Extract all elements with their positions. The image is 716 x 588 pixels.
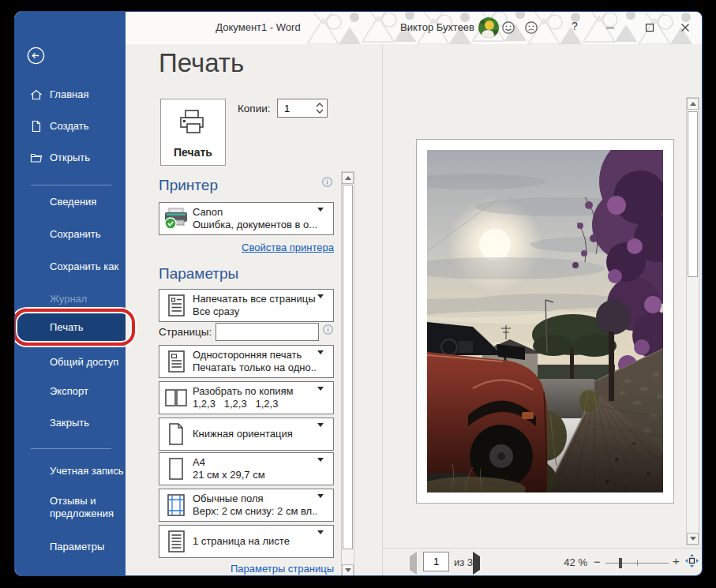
sidebar-item-label: Отзывы и предложения bbox=[50, 495, 114, 519]
smiley-feedback-icon[interactable] bbox=[501, 21, 515, 35]
combo-line2: Верх: 2 см снизу: 2 см вл... bbox=[193, 505, 317, 518]
printer-heading: Принтер bbox=[159, 177, 218, 194]
sidebar-item-feedback[interactable]: Отзывы и предложения bbox=[15, 495, 126, 522]
scrollbar-thumb[interactable] bbox=[688, 111, 698, 277]
sidebar-item-new[interactable]: Создать bbox=[15, 118, 126, 134]
sidebar-item-label: Главная bbox=[50, 88, 88, 100]
zoom-in-button[interactable]: + bbox=[673, 554, 680, 567]
sidebar-item-info[interactable]: Сведения bbox=[15, 194, 126, 210]
triangle-down-icon bbox=[690, 537, 696, 541]
user-avatar[interactable] bbox=[478, 17, 499, 38]
print-range-select[interactable]: Напечатать все страницы Все сразу bbox=[159, 289, 334, 322]
preview-page-input[interactable] bbox=[423, 552, 449, 571]
duplex-select[interactable]: Односторонняя печать Печатать только на … bbox=[159, 345, 334, 378]
pages-info-icon[interactable] bbox=[323, 324, 333, 335]
combo-line2: Печатать только на одно... bbox=[193, 361, 317, 374]
chevron-down-icon bbox=[317, 530, 324, 548]
sidebar-item-open[interactable]: Открыть bbox=[15, 150, 126, 166]
user-name[interactable]: Виктор Бухтеев bbox=[370, 21, 474, 33]
avatar-image bbox=[478, 17, 499, 38]
printer-select[interactable]: Canon Ошибка, документов в о... bbox=[159, 202, 334, 235]
orientation-select[interactable]: Книжная ориентация bbox=[159, 418, 334, 451]
paper-size-icon bbox=[167, 457, 185, 481]
back-icon bbox=[27, 47, 45, 65]
sidebar-item-share[interactable]: Общий доступ bbox=[15, 354, 126, 370]
combo-line1: 1 страница на листе bbox=[193, 535, 317, 548]
triangle-right-icon bbox=[473, 552, 480, 575]
sidebar-item-print[interactable]: Печать bbox=[15, 320, 126, 335]
sidebar-item-history[interactable]: Журнал bbox=[15, 291, 126, 307]
triangle-up-icon bbox=[690, 102, 696, 106]
printer-info-icon[interactable] bbox=[322, 177, 332, 187]
close-button[interactable] bbox=[678, 21, 692, 35]
zoom-slider[interactable] bbox=[605, 562, 669, 564]
copies-stepper bbox=[277, 99, 328, 118]
zoom-percent-label: 42 % bbox=[551, 556, 587, 568]
combo-line1: Обычные поля bbox=[193, 492, 317, 505]
scroll-up-button[interactable] bbox=[687, 98, 699, 110]
printer-status: Ошибка, документов в о... bbox=[193, 219, 317, 231]
pages-per-sheet-select[interactable]: 1 страница на листе bbox=[159, 525, 334, 558]
sidebar-item-home[interactable]: Главная bbox=[15, 87, 126, 103]
sidebar-item-label: Учетная запись bbox=[50, 465, 124, 477]
settings-heading: Параметры bbox=[159, 265, 238, 283]
zoom-to-page-button[interactable] bbox=[685, 554, 699, 567]
print-preview-page bbox=[416, 139, 674, 504]
triangle-down-icon bbox=[345, 568, 351, 572]
sidebar-item-account[interactable]: Учетная запись bbox=[15, 463, 126, 479]
combo-line1: Односторонняя печать bbox=[193, 349, 317, 361]
maximize-button[interactable] bbox=[643, 21, 657, 35]
sidebar-item-options[interactable]: Параметры bbox=[15, 539, 126, 555]
sidebar-divider bbox=[31, 448, 111, 449]
back-button[interactable] bbox=[27, 47, 45, 65]
print-button[interactable]: Печать bbox=[160, 99, 226, 166]
zoom-slider-thumb[interactable] bbox=[619, 558, 622, 568]
triangle-left-icon bbox=[410, 552, 417, 575]
scroll-up-button[interactable] bbox=[342, 172, 354, 184]
help-button[interactable]: ? bbox=[572, 20, 578, 32]
collate-select[interactable]: Разобрать по копиям 1,2,3 1,2,3 1,2,3 bbox=[159, 381, 334, 414]
pages-label: Страницы: bbox=[159, 326, 212, 338]
word-window: Главная Создать Открыть Сведения Сохрани… bbox=[14, 11, 703, 576]
page-setup-row: Параметры страницы bbox=[159, 563, 334, 575]
zoom-out-button[interactable]: − bbox=[594, 555, 601, 568]
document-title: Документ1 - Word bbox=[140, 21, 377, 33]
chevron-down-icon bbox=[317, 294, 324, 312]
printer-icon bbox=[178, 109, 209, 137]
sidebar-item-label: Экспорт bbox=[50, 385, 88, 397]
pages-per-sheet-icon bbox=[167, 530, 186, 553]
combo-line2: Все сразу bbox=[193, 305, 317, 318]
next-page-button[interactable] bbox=[473, 556, 480, 571]
scroll-down-button[interactable] bbox=[687, 533, 699, 545]
preview-scrollbar[interactable] bbox=[686, 97, 699, 545]
triangle-up-icon bbox=[345, 176, 351, 180]
chevron-down-icon bbox=[317, 494, 324, 511]
scroll-down-button[interactable] bbox=[342, 564, 354, 576]
sidebar-item-close-doc[interactable]: Закрыть bbox=[15, 415, 126, 431]
printer-properties-row: Свойства принтера bbox=[159, 242, 334, 253]
pages-input[interactable] bbox=[216, 323, 319, 341]
minimize-button[interactable] bbox=[603, 21, 617, 35]
sidebar-item-save-as[interactable]: Сохранить как bbox=[15, 259, 126, 275]
titlebar: Документ1 - Word Виктор Бухтеев ? bbox=[126, 12, 702, 44]
previous-page-button[interactable] bbox=[410, 556, 417, 571]
chevron-down-icon bbox=[317, 208, 324, 225]
new-document-icon bbox=[30, 120, 43, 133]
frown-feedback-icon[interactable] bbox=[524, 21, 538, 35]
combo-line2: 1,2,3 1,2,3 1,2,3 bbox=[193, 398, 317, 410]
portrait-orientation-icon bbox=[167, 422, 186, 446]
paper-size-select[interactable]: A4 21 см x 29,7 см bbox=[159, 452, 334, 485]
collate-icon bbox=[164, 388, 188, 408]
sidebar-item-label: Сохранить как bbox=[50, 260, 118, 272]
margins-select[interactable]: Обычные поля Верх: 2 см снизу: 2 см вл..… bbox=[159, 489, 334, 522]
sidebar-item-export[interactable]: Экспорт bbox=[15, 384, 126, 399]
copies-input[interactable] bbox=[283, 100, 313, 116]
combo-line1: Напечатать все страницы bbox=[193, 293, 317, 305]
page-setup-link[interactable]: Параметры страницы bbox=[231, 563, 334, 575]
settings-scrollbar[interactable] bbox=[341, 171, 354, 576]
page-count-label: из 3 bbox=[454, 556, 473, 568]
scrollbar-thumb[interactable] bbox=[343, 185, 353, 549]
sidebar-item-save[interactable]: Сохранить bbox=[15, 227, 126, 242]
copies-decrement-button[interactable] bbox=[315, 107, 324, 115]
printer-properties-link[interactable]: Свойства принтера bbox=[242, 242, 334, 253]
